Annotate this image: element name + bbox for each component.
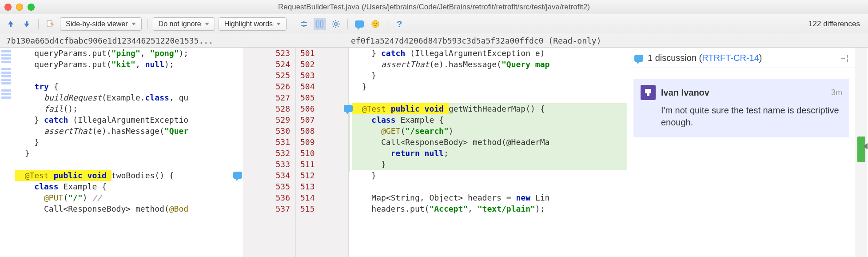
line-number[interactable]: 510 — [300, 148, 343, 159]
sync-scroll-button[interactable] — [314, 18, 326, 30]
line-number[interactable]: 507 — [300, 114, 343, 125]
left-minimap[interactable] — [0, 48, 12, 257]
code-line[interactable]: return null; — [352, 148, 627, 159]
line-number[interactable]: 508 — [300, 125, 343, 137]
show-comments-button[interactable] — [353, 18, 366, 30]
code-line[interactable]: } — [352, 170, 627, 181]
code-line[interactable]: } catch (IllegalArgumentException e) — [352, 48, 627, 59]
chevron-down-icon — [131, 23, 136, 25]
svg-rect-17 — [647, 93, 649, 96]
line-number[interactable]: 511 — [300, 159, 343, 170]
ignore-mode-label: Do not ignore — [159, 20, 201, 28]
settings-button[interactable] — [330, 18, 342, 30]
collapse-unchanged-button[interactable] — [298, 18, 310, 30]
code-line[interactable]: fail(); — [15, 103, 243, 114]
line-number[interactable]: 529 — [243, 114, 290, 125]
line-number[interactable]: 528 — [243, 103, 290, 114]
line-number[interactable]: 535 — [243, 181, 290, 192]
comment-marker-icon[interactable] — [233, 172, 242, 179]
line-number[interactable]: 513 — [300, 181, 343, 192]
ignore-mode-dropdown[interactable]: Do not ignore — [153, 17, 215, 31]
code-line[interactable] — [352, 92, 627, 103]
left-code-pane[interactable]: queryParams.put("ping", "pong"); queryPa… — [12, 48, 243, 257]
right-code-pane[interactable]: } catch (IllegalArgumentException e) ass… — [350, 48, 627, 257]
line-number[interactable]: 512 — [300, 170, 343, 181]
code-line[interactable]: } — [352, 70, 627, 81]
code-line[interactable] — [15, 70, 243, 81]
line-number[interactable]: 531 — [243, 137, 290, 148]
code-line[interactable]: @PUT("/") // — [15, 192, 243, 203]
code-line[interactable]: queryParams.put("ping", "pong"); — [15, 48, 243, 59]
code-line[interactable]: class Example { — [15, 181, 243, 192]
right-minimap[interactable] — [856, 48, 867, 257]
discussion-ticket-link[interactable]: RTRFT-CR-14 — [702, 53, 759, 63]
review-button[interactable] — [369, 18, 382, 30]
code-line[interactable]: @GET("/search") — [352, 125, 627, 137]
line-number[interactable]: 502 — [300, 59, 343, 70]
line-number[interactable]: 506 — [300, 103, 343, 114]
code-line[interactable]: Call<ResponseBody> method(@Bod — [15, 203, 243, 214]
line-number[interactable]: 534 — [243, 170, 290, 181]
viewer-mode-dropdown[interactable]: Side-by-side viewer — [60, 17, 142, 31]
comment-icon — [355, 20, 364, 28]
line-number[interactable]: 536 — [243, 192, 290, 203]
close-window-button[interactable] — [4, 4, 12, 11]
line-number[interactable]: 514 — [300, 192, 343, 203]
line-number[interactable]: 503 — [300, 70, 343, 81]
line-number[interactable]: 527 — [243, 92, 290, 103]
line-number[interactable]: 501 — [300, 48, 343, 59]
comment-body: I'm not quite sure the test name is desc… — [661, 104, 842, 128]
code-line[interactable]: buildRequest(Example.class, qu — [15, 92, 243, 103]
goto-discussion-button[interactable]: →¦ — [840, 54, 848, 62]
code-line[interactable]: } — [15, 148, 243, 159]
code-line[interactable]: headers.put("Accept", "text/plain"); — [352, 203, 627, 214]
svg-rect-2 — [321, 21, 323, 27]
line-number[interactable]: 504 — [300, 81, 343, 92]
code-line[interactable]: assertThat(e).hasMessage("Query map — [352, 59, 627, 70]
code-line[interactable]: queryParams.put("kit", null); — [15, 59, 243, 70]
comment-icon — [634, 55, 643, 62]
minimap-marker[interactable] — [857, 137, 865, 162]
help-button[interactable]: ? — [393, 18, 405, 30]
minimize-window-button[interactable] — [16, 4, 23, 11]
line-number[interactable]: 523 — [243, 48, 290, 59]
right-revision-label: ef0f1a5247d4206d847b593c3d5a5f32a00ffdc0… — [349, 36, 868, 45]
viewer-mode-label: Side-by-side viewer — [66, 20, 128, 28]
code-line[interactable]: @Test public void twoBodies() { — [15, 170, 243, 181]
code-line[interactable]: class Example { — [352, 114, 627, 125]
code-line[interactable]: Call<ResponseBody> method(@HeaderMa — [352, 137, 627, 148]
line-number[interactable]: 526 — [243, 81, 290, 92]
line-number[interactable]: 532 — [243, 148, 290, 159]
line-number[interactable]: 509 — [300, 137, 343, 148]
comment-marker-icon[interactable] — [344, 105, 353, 112]
highlight-mode-label: Highlight words — [224, 20, 273, 28]
code-line[interactable]: Map<String, Object> headers = new Lin — [352, 192, 627, 203]
toolbar: Side-by-side viewer Do not ignore Highli… — [0, 14, 868, 34]
edit-source-button[interactable] — [44, 18, 56, 30]
code-line[interactable]: } catch (IllegalArgumentExceptio — [15, 114, 243, 125]
line-number[interactable]: 537 — [243, 203, 290, 214]
code-line[interactable] — [15, 159, 243, 170]
sync-scroll-icon — [315, 20, 324, 28]
code-line[interactable]: assertThat(e).hasMessage("Quer — [15, 125, 243, 137]
code-line[interactable] — [352, 181, 627, 192]
line-number[interactable]: 525 — [243, 70, 290, 81]
line-number[interactable]: 530 — [243, 125, 290, 137]
zoom-window-button[interactable] — [28, 4, 35, 11]
line-number[interactable]: 515 — [300, 203, 343, 214]
code-line[interactable]: @Test public void getWithHeaderMap() { — [352, 103, 627, 114]
code-line[interactable]: } — [352, 159, 627, 170]
code-line[interactable]: try { — [15, 81, 243, 92]
prev-diff-button[interactable] — [4, 18, 17, 30]
line-number[interactable]: 505 — [300, 92, 343, 103]
next-diff-button[interactable] — [20, 18, 33, 30]
discussion-comment[interactable]: Ivan Ivanov 3m I'm not quite sure the te… — [633, 79, 849, 137]
code-line[interactable]: } — [15, 137, 243, 148]
highlight-mode-dropdown[interactable]: Highlight words — [219, 17, 287, 31]
line-number[interactable]: 524 — [243, 59, 290, 70]
help-icon: ? — [394, 20, 403, 28]
code-line[interactable]: } — [352, 81, 627, 92]
svg-point-13 — [374, 23, 374, 24]
discussion-count-label: 1 discussion ( — [648, 53, 702, 63]
line-number[interactable]: 533 — [243, 159, 290, 170]
